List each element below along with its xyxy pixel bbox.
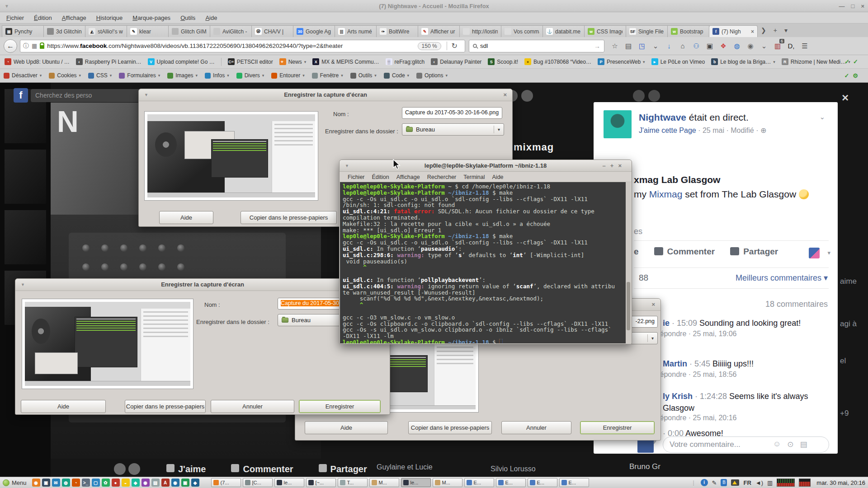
webdev-menu-code[interactable]: Code▾ (384, 72, 409, 79)
comment-author[interactable]: ly Krish (663, 392, 693, 401)
theater-close-icon[interactable]: × (842, 91, 849, 105)
bookmark-upload-complete-go-[interactable]: VUpload complete! Go … (148, 58, 215, 65)
webdev-menu-infos[interactable]: Infos▾ (205, 72, 229, 79)
help-button[interactable]: Aide (305, 421, 388, 434)
bookmark-scoop-it-[interactable]: SScoop.it! (488, 58, 518, 65)
downthemall-icon[interactable]: D, (785, 40, 797, 52)
menu-historique[interactable]: Historique (96, 14, 123, 21)
tab--7-nigh[interactable]: f(7) Nigh× (709, 25, 758, 37)
taskbar-window-button[interactable]: le... (401, 478, 431, 487)
taskbar-launcher-icon[interactable]: ◉ (32, 479, 40, 487)
terminal-menu-rechercher[interactable]: Rechercher (424, 174, 460, 180)
bookmark-refrag-glitch[interactable]: ▒reFrag:glitch (386, 58, 425, 65)
menu-fichier[interactable]: Fichier (6, 14, 24, 21)
comment-button[interactable]: Commenter (231, 464, 293, 474)
toolbar-dot-icon[interactable] (648, 90, 660, 102)
tab-pynchy[interactable]: ▦Pynchy (2, 25, 44, 37)
terminal-menu-aide[interactable]: Aide (489, 174, 507, 180)
comment-sort-selector[interactable]: Meilleurs commentaires ▾ (736, 273, 828, 283)
share-button[interactable]: Partager (730, 247, 778, 257)
taskbar-launcher-icon[interactable]: ◒ (122, 479, 130, 487)
tab-arts-num-[interactable]: |||Arts numé (335, 25, 377, 37)
bookmark-news[interactable]: ᯤNews▾ (279, 58, 307, 65)
mixmag-link[interactable]: Mixmag (649, 189, 683, 199)
bookmark-mx-mepis-commu-[interactable]: XMX & MEPIS Commu… (312, 58, 379, 65)
volume-icon[interactable]: ◄) (755, 479, 763, 486)
post-options-caret-icon[interactable]: ⌄ (819, 113, 825, 121)
toolbar-dot-icon[interactable] (633, 90, 645, 102)
account-caret-icon[interactable]: ⌄ (758, 40, 770, 52)
taskbar-window-button[interactable]: E... (559, 478, 589, 487)
taskbar-window-button[interactable]: le... (274, 478, 304, 487)
copy-to-clipboard-button[interactable]: Copier dans le presse-papiers (408, 421, 492, 434)
home-icon[interactable]: ⌂ (677, 40, 689, 52)
taskbar-launcher-icon[interactable]: ◍ (62, 479, 70, 487)
firefox-titlebar[interactable]: ▼ (7) Nightwave - Accueil - Mozilla Fire… (0, 0, 868, 12)
taskbar-launcher-icon[interactable]: ✿ (102, 479, 110, 487)
account-icon[interactable]: ◉ (745, 40, 756, 52)
net-monitor-graph[interactable] (799, 479, 811, 487)
comment-button[interactable]: Commenter (654, 247, 715, 257)
tab-afficher-ur[interactable]: ✎Afficher ur (418, 25, 460, 37)
reply-link[interactable]: Répondre · 25 mai, 19:06 (655, 330, 736, 338)
new-tab-button[interactable]: + (770, 27, 781, 34)
star-icon[interactable]: ☆ (609, 40, 621, 52)
zoom-level-badge[interactable]: 150 % (418, 42, 441, 50)
filename-field[interactable]: Capture du 2017-05-30 20-16-06.png (402, 107, 502, 119)
dialog-titlebar[interactable]: ▼ Enregistrer la capture d'écran × (139, 89, 512, 101)
extension-badge-icon[interactable]: ▥6 (772, 40, 783, 52)
menu-marque-pages[interactable]: Marque-pages (132, 14, 170, 21)
taskbar-launcher-icon[interactable]: >_ (82, 479, 90, 487)
reaction-caret-icon[interactable]: ▾ (827, 249, 830, 256)
reaction-badge[interactable] (809, 248, 820, 258)
taskbar-window-button[interactable]: E... (528, 478, 557, 487)
taskbar-window-button[interactable]: M... (433, 478, 462, 487)
tab-single-file[interactable]: SFSingle File (626, 25, 668, 37)
update-shield-icon[interactable]: i (701, 479, 708, 486)
webdev-menu-entourer[interactable]: Entourer▾ (271, 72, 305, 79)
folder-dropdown[interactable]: Bureau ▾ (402, 123, 504, 136)
cancel-button[interactable]: Annuler (501, 421, 571, 434)
taskbar-launcher-icon[interactable]: ▣ (181, 479, 189, 487)
webdev-menu-css[interactable]: CSS▾ (88, 72, 112, 79)
download-icon[interactable]: ↓ (663, 40, 675, 52)
tray-grip-icon[interactable]: ⋮ (691, 479, 697, 486)
search-go-icon[interactable]: → (594, 42, 600, 50)
power-icon[interactable]: ▥ (767, 479, 773, 486)
taskbar-launcher-icon[interactable]: ✉ (52, 479, 60, 487)
commenter-name[interactable]: Guylaine et Lucie (377, 463, 433, 471)
save-button[interactable]: Enregistrer (299, 400, 381, 413)
like-button-fragment[interactable]: e (634, 247, 639, 257)
colors-tool-icon[interactable]: ❖ (717, 40, 729, 52)
taskbar-launcher-icon[interactable]: ● (112, 479, 120, 487)
reload-icon[interactable]: ↻ (447, 42, 462, 50)
save-page-icon[interactable]: ◳ (636, 40, 648, 52)
pocket-icon[interactable]: ◍ (731, 40, 743, 52)
webdev-menu-divers[interactable]: Divers▾ (236, 72, 264, 79)
taskbar-launcher-icon[interactable]: ◆ (191, 479, 199, 487)
taskbar-launcher-icon[interactable]: ◆ (132, 479, 140, 487)
bookmark-rhizome-new-medi-[interactable]: RRhizome | New Medi…▾ (782, 58, 850, 65)
webdev-menu-fenêtre[interactable]: Fenêtre▾ (312, 72, 343, 79)
checkbox-tool-icon[interactable]: ▣ (704, 40, 716, 52)
webdev-menu-désactiver[interactable]: Désactiver▾ (4, 72, 42, 79)
like-count[interactable]: 88 (639, 273, 648, 283)
menu-édition[interactable]: Édition (34, 14, 52, 21)
close-button[interactable]: × (861, 3, 864, 9)
reply-link[interactable]: Répondre · 25 mai, 20:16 (655, 414, 736, 422)
avatar[interactable] (521, 90, 533, 102)
taskbar-window-button[interactable]: [C... (243, 478, 273, 487)
bookmark-le-p-le-on-vimeo[interactable]: ▸Le PôLe on Vimeo (651, 58, 705, 65)
display-warning-icon[interactable] (731, 479, 739, 486)
terminal-menu-terminal[interactable]: Terminal (460, 174, 488, 180)
url-bar[interactable]: ⓘ ▦ https://www.facebook.com/Nightwave80… (20, 40, 465, 52)
url-text[interactable]: https://www.facebook.com/Nightwave808/vi… (47, 42, 415, 49)
emoji-icon[interactable]: ☺ (773, 440, 781, 449)
share-button[interactable]: Partager (319, 464, 367, 474)
webdev-menu-images[interactable]: Images▾ (167, 72, 198, 79)
taskbar-window-button[interactable]: E... (496, 478, 526, 487)
taskbar-launcher-icon[interactable]: ◉ (171, 479, 179, 487)
hamburger-menu-icon[interactable]: ☰ (799, 40, 811, 52)
like-button[interactable]: J'aime (166, 464, 206, 474)
terminal-scrollbar[interactable] (626, 182, 631, 343)
